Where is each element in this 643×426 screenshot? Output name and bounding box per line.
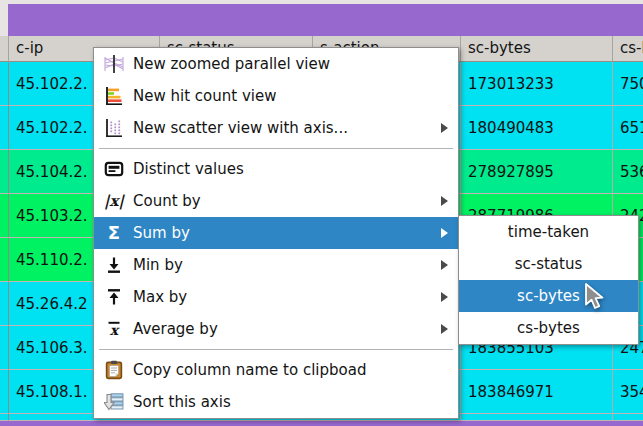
row-sliver bbox=[0, 370, 9, 414]
menu-item-label: New scatter view with axis... bbox=[133, 119, 348, 137]
header-cell-sliver bbox=[0, 36, 9, 62]
submenu-arrow-icon bbox=[441, 196, 448, 206]
menu-item-label: Copy column name to clipboad bbox=[133, 361, 366, 379]
menu-item-label: Sum by bbox=[133, 224, 190, 242]
cell-sc-bytes[interactable]: 180490483 bbox=[461, 106, 613, 150]
menu-item-new-zoomed-parallel-view[interactable]: New zoomed parallel view bbox=[94, 48, 458, 80]
row-sliver bbox=[0, 326, 9, 370]
cell-cs-bytes[interactable]: 354 bbox=[613, 370, 643, 414]
menu-item-average-by[interactable]: x Average by bbox=[94, 313, 458, 345]
menu-item-label: Average by bbox=[133, 320, 218, 338]
hit-count-icon bbox=[101, 86, 127, 106]
cell-sc-bytes[interactable]: 278927895 bbox=[461, 150, 613, 194]
scatter-view-icon bbox=[101, 118, 127, 138]
submenu-item-cs-bytes[interactable]: cs-bytes bbox=[459, 312, 638, 344]
menu-item-min-by[interactable]: Min by bbox=[94, 249, 458, 281]
menu-item-label: Min by bbox=[133, 256, 183, 274]
row-sliver bbox=[0, 62, 9, 106]
menu-separator bbox=[94, 144, 458, 153]
mouse-cursor-icon bbox=[584, 283, 608, 313]
svg-text:x: x bbox=[110, 322, 120, 338]
sigma-icon: Σ bbox=[101, 224, 127, 242]
row-sliver bbox=[0, 194, 9, 238]
parallel-view-icon bbox=[101, 54, 127, 74]
submenu-item-sc-status[interactable]: sc-status bbox=[459, 248, 638, 280]
header-cell-cs-bytes[interactable]: cs-bytes bbox=[613, 36, 643, 62]
row-sliver bbox=[0, 106, 9, 150]
menu-item-distinct-values[interactable]: Distinct values bbox=[94, 153, 458, 185]
row-sliver bbox=[0, 414, 9, 421]
row-sliver bbox=[0, 150, 9, 194]
submenu-arrow-icon bbox=[441, 123, 448, 133]
menu-item-new-scatter-view[interactable]: New scatter view with axis... bbox=[94, 112, 458, 144]
menu-item-label: New zoomed parallel view bbox=[133, 55, 330, 73]
cell-cs-bytes[interactable]: 536 bbox=[613, 150, 643, 194]
menu-item-label: Max by bbox=[133, 288, 187, 306]
submenu-item-time-taken[interactable]: time-taken bbox=[459, 216, 638, 248]
top-purple-row-band bbox=[8, 4, 643, 36]
submenu-item-sc-bytes[interactable]: sc-bytes bbox=[459, 280, 638, 312]
clipboard-icon bbox=[101, 360, 127, 380]
menu-item-label: Distinct values bbox=[133, 160, 244, 178]
menu-item-sum-by[interactable]: Σ Sum by bbox=[94, 217, 458, 249]
distinct-values-icon bbox=[101, 159, 127, 179]
submenu-arrow-icon bbox=[441, 292, 448, 302]
context-menu: New zoomed parallel view New hit count v… bbox=[93, 47, 459, 419]
menu-item-max-by[interactable]: Max by bbox=[94, 281, 458, 313]
app-window: c-ip sc-status s-action sc-bytes cs-byte… bbox=[0, 0, 643, 426]
count-by-icon: |x| bbox=[101, 192, 127, 210]
menu-item-label: Sort this axis bbox=[133, 393, 231, 411]
menu-item-label: New hit count view bbox=[133, 87, 276, 105]
menu-item-copy-column-name[interactable]: Copy column name to clipboad bbox=[94, 354, 458, 386]
submenu-arrow-icon bbox=[441, 228, 448, 238]
submenu-arrow-icon bbox=[441, 260, 448, 270]
menu-item-count-by[interactable]: |x| Count by bbox=[94, 185, 458, 217]
cell-sc-bytes[interactable]: 183846971 bbox=[461, 370, 613, 414]
sum-by-submenu: time-taken sc-status sc-bytes cs-bytes bbox=[458, 215, 639, 345]
cell-sc-bytes[interactable]: 173013233 bbox=[461, 62, 613, 106]
menu-item-sort-this-axis[interactable]: Sort this axis bbox=[94, 386, 458, 418]
sort-icon bbox=[101, 393, 127, 411]
menu-item-label: Count by bbox=[133, 192, 201, 210]
row-sliver bbox=[0, 238, 9, 282]
submenu-arrow-icon bbox=[441, 324, 448, 334]
header-cell-sc-bytes[interactable]: sc-bytes bbox=[461, 36, 613, 62]
cell-cs-bytes[interactable]: 750 bbox=[613, 62, 643, 106]
row-sliver bbox=[0, 282, 9, 326]
average-by-icon: x bbox=[101, 320, 127, 338]
max-by-icon bbox=[101, 288, 127, 306]
menu-separator bbox=[94, 345, 458, 354]
menu-item-new-hit-count-view[interactable]: New hit count view bbox=[94, 80, 458, 112]
bottom-purple-row-band bbox=[0, 421, 643, 426]
min-by-icon bbox=[101, 256, 127, 274]
cell-cs-bytes[interactable]: 651 bbox=[613, 106, 643, 150]
